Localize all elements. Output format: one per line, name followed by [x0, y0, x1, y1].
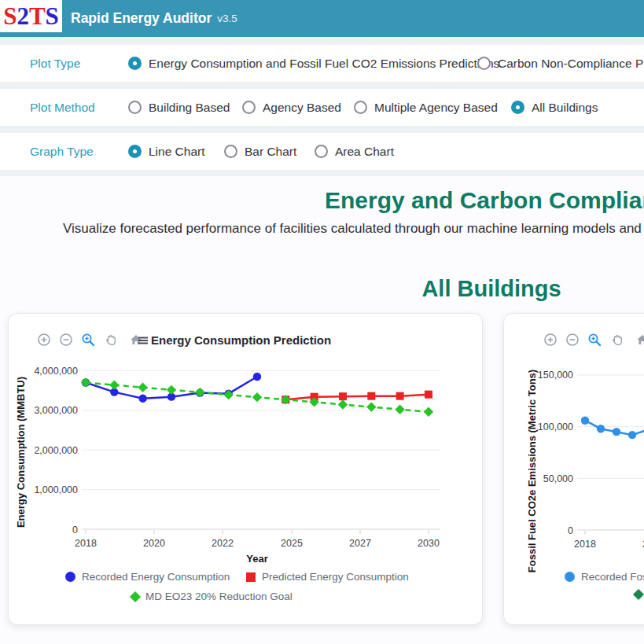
data-point — [109, 380, 119, 389]
radio-unselected-icon[interactable] — [128, 101, 142, 114]
legend-item[interactable]: MD EO23 20% Reduction Goal — [131, 591, 293, 602]
data-point — [396, 392, 404, 400]
radio-option[interactable]: Bar Chart — [224, 133, 296, 170]
legend-item[interactable]: Predicted Energy Consumption — [246, 571, 409, 583]
data-point — [339, 392, 347, 400]
legend-diamond-swatch — [130, 591, 141, 602]
radio-unselected-icon[interactable] — [315, 145, 328, 158]
app-title: Rapid Energy Auditor v3.5 — [71, 0, 237, 37]
data-point — [424, 407, 433, 417]
y-tick-label: 0 — [72, 524, 78, 535]
radio-option[interactable]: Line Chart — [128, 133, 205, 170]
radio-option[interactable]: Carbon Non-Compliance Projections — [477, 45, 644, 82]
legend-item[interactable] — [635, 591, 642, 598]
energy-consumption-chart-card: Energy Consumption Prediction01,000,0002… — [8, 313, 483, 625]
controls-panel: Plot Type Energy Consumption and Fossil … — [0, 37, 644, 176]
section-title: All Buildings — [421, 276, 561, 302]
logo-letter: S — [3, 4, 17, 28]
radio-unselected-icon[interactable] — [354, 101, 367, 114]
data-point — [425, 391, 432, 399]
radio-selected-icon[interactable] — [128, 145, 142, 158]
app-title-text: Rapid Energy Auditor — [71, 10, 212, 27]
data-point — [581, 417, 589, 425]
data-point — [195, 388, 204, 397]
radio-option-label: Bar Chart — [245, 145, 296, 159]
legend-circle-swatch — [65, 572, 75, 582]
legend-label: Recorded Energy Consumption — [82, 571, 230, 583]
radio-option-label: Line Chart — [149, 145, 205, 159]
radio-option-label: Building Based — [149, 101, 230, 115]
data-point — [597, 425, 605, 432]
radio-option[interactable]: All Buildings — [511, 89, 598, 126]
legend-item[interactable]: Recorded Energy Consumption — [65, 571, 230, 583]
y-tick-label: 1,000,000 — [34, 484, 78, 495]
y-tick-label: 0 — [568, 525, 573, 536]
app-header: S2TS Rapid Energy Auditor v3.5 — [0, 0, 644, 37]
page-subtitle: Visualize forecasted performance of faci… — [63, 221, 642, 237]
radio-option[interactable]: Building Based — [128, 89, 230, 126]
data-point — [338, 399, 348, 409]
radio-option-label: Carbon Non-Compliance Projections — [498, 57, 644, 71]
data-point — [167, 385, 176, 395]
radio-unselected-icon[interactable] — [477, 57, 491, 70]
y-tick-label: 3,000,000 — [34, 405, 78, 416]
x-tick-label: 2020 — [143, 538, 165, 549]
radio-selected-icon[interactable] — [128, 57, 142, 70]
radio-option[interactable]: Agency Based — [242, 89, 341, 126]
radio-option-label: Energy Consumption and Fossil Fuel CO2 E… — [149, 57, 499, 71]
control-row-label: Graph Type — [30, 133, 94, 170]
radio-option[interactable]: Energy Consumption and Fossil Fuel CO2 E… — [128, 45, 499, 82]
fossil-fuel-emissions-chart-card: 050,000100,000150,00020182020Fossil Fuel… — [503, 313, 644, 625]
data-point — [628, 431, 636, 439]
x-axis-title: Year — [246, 553, 267, 565]
data-point — [253, 373, 261, 381]
y-tick-label: 4,000,000 — [34, 366, 78, 377]
control-row-graph-type: Graph Type Line ChartBar ChartArea Chart — [0, 133, 644, 170]
control-row-plot-type: Plot Type Energy Consumption and Fossil … — [0, 45, 644, 82]
legend-item[interactable]: Recorded Fossil Fuel CO2e Emissions — [565, 571, 644, 583]
control-row-label: Plot Method — [30, 89, 95, 126]
legend-label: Predicted Energy Consumption — [262, 571, 409, 583]
x-tick-label: 2027 — [349, 538, 371, 549]
logo-letter: T — [29, 4, 46, 28]
y-axis-title: Fossil Fuel CO2e Emissions (Metric Tons) — [526, 370, 538, 572]
x-tick-label: 2018 — [574, 539, 596, 550]
logo-letter: 2 — [17, 4, 29, 28]
legend-square-swatch — [246, 572, 256, 582]
legend-label: Recorded Fossil Fuel CO2e Emissions — [581, 571, 644, 583]
data-point — [138, 383, 147, 392]
radio-unselected-icon[interactable] — [224, 145, 237, 158]
logo: S2TS — [0, 0, 62, 32]
data-point — [252, 392, 262, 402]
radio-option-label: Multiple Agency Based — [374, 101, 498, 115]
legend-circle-swatch — [565, 572, 575, 582]
legend-diamond-swatch — [633, 589, 644, 600]
data-point — [81, 377, 90, 387]
x-tick-label: 2030 — [418, 538, 440, 549]
page-title: Energy and Carbon Compliance — [325, 187, 644, 214]
y-tick-label: 150,000 — [538, 370, 573, 381]
x-tick-label: 2018 — [75, 538, 97, 549]
main-content: Energy and Carbon Compliance Visualize f… — [0, 176, 644, 644]
data-point — [138, 394, 146, 402]
y-axis-title: Energy Consumption (MMBTU) — [15, 377, 27, 528]
x-tick-label: 2025 — [281, 538, 303, 549]
radio-option-label: All Buildings — [532, 101, 598, 115]
data-point — [395, 404, 404, 414]
radio-selected-icon[interactable] — [511, 101, 524, 114]
y-tick-label: 2,000,000 — [34, 445, 78, 456]
radio-option[interactable]: Area Chart — [315, 133, 394, 170]
radio-unselected-icon[interactable] — [242, 101, 256, 114]
data-point — [367, 392, 375, 400]
radio-option-label: Area Chart — [335, 145, 394, 159]
radio-option[interactable]: Multiple Agency Based — [354, 89, 498, 126]
control-row-plot-method: Plot Method Building BasedAgency BasedMu… — [0, 89, 644, 126]
y-tick-label: 50,000 — [543, 473, 573, 484]
app-version: v3.5 — [217, 13, 237, 24]
series-line — [285, 395, 429, 400]
radio-option-label: Agency Based — [263, 101, 341, 115]
app-page: { "header": { "logo_letters": [ {"ch": "… — [0, 0, 644, 644]
logo-letter: S — [46, 4, 59, 28]
control-row-label: Plot Type — [30, 45, 80, 82]
data-point — [613, 428, 620, 436]
